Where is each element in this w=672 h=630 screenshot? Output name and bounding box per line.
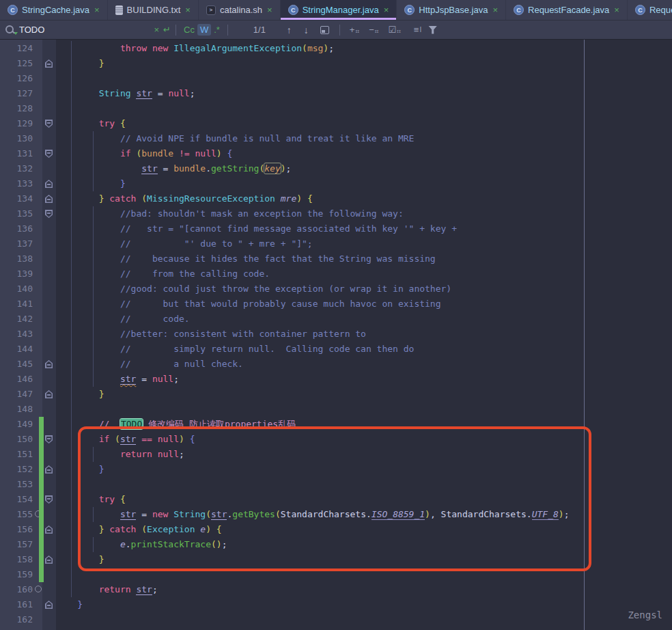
code-line[interactable]: } [56, 176, 672, 191]
line-number[interactable]: 140 [0, 282, 42, 297]
code-line[interactable]: // code. [56, 312, 672, 327]
tab-catalina.sh[interactable]: >catalina.sh× [199, 0, 281, 20]
open-in-find-window-icon[interactable] [320, 26, 329, 34]
line-number[interactable]: 154 [0, 492, 42, 507]
fold-end-icon[interactable] [45, 180, 53, 188]
code-line[interactable]: // because it hides the fact that the St… [56, 251, 672, 266]
filter-search-lines-icon[interactable]: ≡I [414, 25, 421, 35]
vcs-change-bar[interactable] [39, 417, 44, 582]
code-line[interactable]: // TODO 修改编码 防止读取properties乱码 [56, 417, 672, 432]
code-line[interactable] [56, 567, 672, 582]
code-line[interactable]: } catch (Exception e) { [56, 522, 672, 537]
line-number[interactable]: 151 [0, 447, 42, 462]
line-number[interactable]: 128 [0, 101, 42, 116]
fold-end-icon[interactable] [45, 59, 53, 68]
line-number[interactable]: 147 [0, 387, 42, 402]
code-line[interactable] [56, 71, 672, 86]
fold-end-icon[interactable] [45, 556, 53, 564]
code-line[interactable]: return null; [56, 447, 672, 462]
search-input[interactable]: TODO [19, 25, 150, 35]
fold-open-icon[interactable] [45, 120, 53, 128]
line-number[interactable]: 152 [0, 462, 42, 477]
line-number[interactable]: 126 [0, 71, 42, 86]
line-number[interactable]: 162 [0, 612, 42, 627]
code-line[interactable]: } [56, 462, 672, 477]
tab-close-icon[interactable]: × [185, 5, 191, 15]
match-case-button[interactable]: Cc [181, 24, 197, 36]
line-number[interactable]: 138 [0, 251, 42, 266]
new-line-icon[interactable]: ↵ [163, 25, 171, 35]
code-line[interactable]: throw new IllegalArgumentException(msg); [56, 41, 672, 56]
line-number[interactable]: 136 [0, 221, 42, 236]
code-line[interactable]: } catch (MissingResourceException mre) { [56, 191, 672, 206]
line-number[interactable]: 158 [0, 552, 42, 567]
words-button[interactable]: W [197, 24, 211, 36]
line-number[interactable]: 156 [0, 522, 42, 537]
line-number[interactable]: 157 [0, 537, 42, 552]
line-number[interactable]: 135 [0, 206, 42, 221]
code-line[interactable]: //better: consistent with container patt… [56, 327, 672, 342]
code-line[interactable]: if (bundle != null) { [56, 146, 672, 161]
code-line[interactable]: // a null check. [56, 357, 672, 372]
code-line[interactable]: // Avoid NPE if bundle is null and treat… [56, 131, 672, 146]
line-number[interactable]: 125 [0, 56, 42, 71]
code-line[interactable]: // simply return null. Calling code can … [56, 342, 672, 357]
fold-open-icon[interactable] [45, 435, 53, 443]
fold-end-icon[interactable] [45, 360, 53, 368]
line-number[interactable]: 149 [0, 417, 42, 432]
tab-StringCache.java[interactable]: CStringCache.java× [0, 0, 108, 20]
line-number[interactable]: 130 [0, 131, 42, 146]
code-line[interactable] [56, 101, 672, 116]
gutter-circle-icon[interactable] [35, 586, 42, 592]
tab-RequestFacade.java[interactable]: CRequestFacade.java× [506, 0, 628, 20]
line-number[interactable]: 161 [0, 597, 42, 612]
line-number[interactable]: 131 [0, 146, 42, 161]
line-number[interactable]: 129 [0, 116, 42, 131]
code-line[interactable]: str = null; [56, 372, 672, 387]
line-number[interactable]: 132 [0, 161, 42, 176]
code-line[interactable] [56, 477, 672, 492]
fold-end-icon[interactable] [45, 195, 53, 203]
add-occurrence-icon[interactable]: +ɪɪ [350, 25, 359, 35]
remove-occurrence-icon[interactable]: −ɪɪ [369, 25, 378, 35]
fold-end-icon[interactable] [45, 601, 53, 609]
regex-button[interactable]: .* [211, 24, 223, 36]
code-line[interactable]: } [56, 56, 672, 71]
code-line[interactable]: str = bundle.getString(key); [56, 161, 672, 176]
tab-close-icon[interactable]: × [614, 5, 619, 15]
line-number[interactable]: 139 [0, 266, 42, 282]
code-line[interactable]: e.printStackTrace(); [56, 537, 672, 552]
tab-BUILDING.txt[interactable]: BUILDING.txt× [108, 0, 199, 20]
fold-end-icon[interactable] [45, 390, 53, 398]
line-number[interactable]: 159 [0, 567, 42, 582]
fold-open-icon[interactable] [45, 150, 53, 158]
fold-end-icon[interactable] [45, 465, 53, 474]
code-line[interactable]: if (str == null) { [56, 432, 672, 447]
code-line[interactable]: return str; [56, 582, 672, 597]
fold-open-icon[interactable] [45, 495, 53, 504]
code-line[interactable]: //good: could just throw the exception (… [56, 282, 672, 297]
code-line[interactable]: //bad: shouldn't mask an exception the f… [56, 206, 672, 221]
line-number[interactable]: 143 [0, 327, 42, 342]
code-line[interactable]: // str = "[cannot find message associate… [56, 221, 672, 236]
tab-close-icon[interactable]: × [492, 5, 498, 15]
previous-occurrence-icon[interactable]: ↑ [287, 25, 292, 36]
line-number[interactable]: 134 [0, 191, 42, 206]
line-number[interactable]: 144 [0, 342, 42, 357]
code-line[interactable]: str = new String(str.getBytes(StandardCh… [56, 507, 672, 522]
fold-open-icon[interactable] [45, 210, 53, 218]
code-line[interactable]: // "' due to " + mre + "]"; [56, 236, 672, 251]
search-icon[interactable] [5, 25, 15, 35]
code-line[interactable]: // from the calling code. [56, 266, 672, 282]
line-number[interactable]: 160 [0, 582, 42, 597]
code-line[interactable] [56, 402, 672, 417]
tab-close-icon[interactable]: × [94, 5, 100, 15]
line-number[interactable]: 141 [0, 297, 42, 312]
line-number[interactable]: 153 [0, 477, 42, 492]
tab-close-icon[interactable]: × [384, 5, 389, 15]
tab-close-icon[interactable]: × [267, 5, 272, 15]
line-number[interactable]: 142 [0, 312, 42, 327]
code-line[interactable]: // but that would probably cause much ha… [56, 297, 672, 312]
code-line[interactable]: } [56, 552, 672, 567]
code-line[interactable]: try { [56, 116, 672, 131]
